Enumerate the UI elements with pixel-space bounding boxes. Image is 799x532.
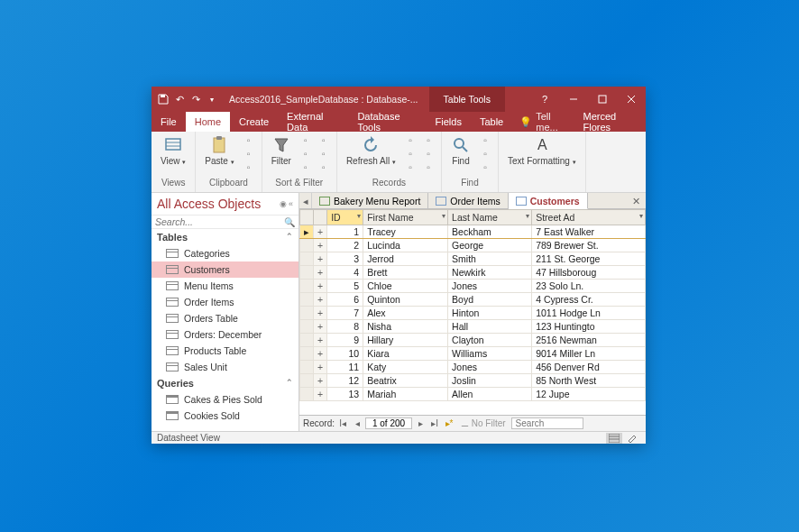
cell-last-name[interactable]: Newkirk — [448, 266, 532, 280]
expand-row-icon[interactable]: + — [314, 239, 327, 252]
table-row[interactable]: +13MariahAllen12 Jupe — [300, 388, 646, 401]
cell-id[interactable]: 10 — [327, 347, 363, 361]
expand-row-icon[interactable]: + — [314, 293, 327, 307]
row-selector[interactable] — [300, 280, 314, 293]
expand-row-icon[interactable]: + — [314, 320, 327, 334]
cell-last-name[interactable]: Jones — [448, 280, 532, 293]
prev-record-button[interactable]: ◂ — [351, 418, 363, 428]
cell-last-name[interactable]: Hinton — [448, 307, 532, 320]
expand-row-icon[interactable]: + — [314, 225, 327, 239]
datasheet-grid[interactable]: ID▾First Name▾Last Name▾Street Ad▾▸+1Tra… — [299, 209, 646, 415]
design-view-button[interactable] — [624, 433, 640, 444]
cell-last-name[interactable]: Hall — [448, 320, 532, 334]
nav-pane-header[interactable]: All Access Objects ◉ « — [152, 193, 298, 216]
nav-item-orders-table[interactable]: Orders Table — [152, 310, 298, 326]
cell-last-name[interactable]: Jones — [448, 361, 532, 374]
row-selector[interactable] — [300, 320, 314, 334]
help-icon[interactable]: ? — [530, 87, 559, 112]
nav-item-cookies-sold[interactable]: Cookies Sold — [152, 408, 298, 424]
cell-last-name[interactable]: George — [448, 239, 532, 252]
cell-id[interactable]: 8 — [327, 320, 363, 334]
row-selector[interactable] — [300, 374, 314, 388]
cell-id[interactable]: 11 — [327, 361, 363, 374]
column-header-id[interactable]: ID▾ — [327, 210, 363, 225]
table-row[interactable]: +8NishaHall123 Huntingto — [300, 320, 646, 334]
user-name[interactable]: Merced Flores — [576, 112, 647, 132]
nav-item-sales-unit[interactable]: Sales Unit — [152, 359, 298, 375]
nav-section-queries[interactable]: Queries⌃ — [152, 375, 298, 391]
table-row[interactable]: +6QuintonBoyd4 Cypress Cr. — [300, 293, 646, 307]
tab-create[interactable]: Create — [230, 112, 278, 132]
cell-street[interactable]: 789 Brewer St. — [532, 239, 646, 252]
select-button[interactable]: ▫ — [478, 161, 492, 173]
row-selector[interactable] — [300, 347, 314, 361]
nav-section-tables[interactable]: Tables⌃ — [152, 229, 298, 245]
first-record-button[interactable]: I◂ — [336, 418, 349, 428]
format-painter-button[interactable]: ▫ — [242, 161, 256, 173]
cell-last-name[interactable]: Clayton — [448, 334, 532, 347]
cell-id[interactable]: 7 — [327, 307, 363, 320]
cell-last-name[interactable]: Smith — [448, 252, 532, 266]
nav-item-customers[interactable]: Customers — [152, 261, 298, 278]
cell-street[interactable]: 85 North West — [532, 374, 646, 388]
cell-last-name[interactable]: Williams — [448, 347, 532, 361]
undo-icon[interactable]: ↶ — [173, 93, 186, 105]
tab-scroll-left-icon[interactable]: ◂ — [299, 193, 312, 208]
column-dropdown-icon[interactable]: ▾ — [357, 212, 361, 220]
expand-row-icon[interactable]: + — [314, 347, 327, 361]
cell-street[interactable]: 4 Cypress Cr. — [532, 293, 646, 307]
adv-button[interactable]: ▫ — [317, 147, 331, 160]
expand-row-icon[interactable]: + — [314, 388, 327, 401]
expand-row-icon[interactable]: + — [314, 252, 327, 266]
spelling-button[interactable]: ▫ — [421, 147, 436, 160]
doc-tab-bakery-menu-report[interactable]: Bakery Menu Report — [312, 193, 428, 208]
next-record-button[interactable]: ▸ — [414, 418, 427, 428]
table-row[interactable]: +4BrettNewkirk47 Hillsboroug — [300, 266, 646, 280]
table-row[interactable]: +7AlexHinton1011 Hodge Ln — [300, 307, 646, 320]
cell-first-name[interactable]: Beatrix — [363, 374, 448, 388]
cell-first-name[interactable]: Chloe — [363, 280, 448, 293]
row-selector[interactable] — [300, 361, 314, 374]
table-row[interactable]: +2LucindaGeorge789 Brewer St. — [300, 239, 646, 252]
cell-first-name[interactable]: Katy — [363, 361, 448, 374]
cell-id[interactable]: 3 — [327, 252, 363, 266]
row-selector[interactable] — [300, 266, 314, 280]
maximize-button[interactable] — [588, 87, 617, 112]
refresh-all-button[interactable]: Refresh All ▾ — [343, 133, 400, 168]
customize-qat-icon[interactable]: ▾ — [206, 93, 218, 105]
redo-icon[interactable]: ↷ — [189, 93, 202, 105]
column-header-street-ad[interactable]: Street Ad▾ — [532, 210, 646, 225]
cell-id[interactable]: 13 — [327, 388, 363, 401]
nav-item-order-items[interactable]: Order Items — [152, 294, 298, 310]
tab-fields[interactable]: Fields — [427, 112, 471, 132]
row-selector[interactable] — [300, 334, 314, 347]
cell-street[interactable]: 9014 Miller Ln — [532, 347, 646, 361]
column-dropdown-icon[interactable]: ▾ — [442, 212, 445, 220]
tab-file[interactable]: File — [152, 112, 186, 132]
datasheet-view-button[interactable] — [606, 433, 622, 444]
record-position-input[interactable] — [365, 417, 412, 429]
close-button[interactable] — [617, 87, 646, 112]
table-row[interactable]: ▸+1TraceyBeckham7 East Walker — [300, 225, 646, 239]
cut-button[interactable]: ▫ — [242, 133, 256, 146]
row-selector[interactable] — [300, 239, 314, 252]
tog-button[interactable]: ▫ — [317, 161, 331, 173]
cell-first-name[interactable]: Lucinda — [363, 239, 448, 252]
row-selector[interactable] — [300, 293, 314, 307]
cell-first-name[interactable]: Nisha — [363, 320, 448, 334]
cell-street[interactable]: 456 Denver Rd — [532, 361, 646, 374]
copy-button[interactable]: ▫ — [242, 147, 256, 160]
cell-last-name[interactable]: Boyd — [448, 293, 532, 307]
new-record-button[interactable]: ▸* — [443, 418, 455, 428]
totals-button[interactable]: ▫ — [421, 133, 436, 146]
minimize-button[interactable] — [559, 87, 588, 112]
desc-button[interactable]: ▫ — [298, 147, 313, 160]
cell-last-name[interactable]: Beckham — [448, 225, 532, 239]
cell-last-name[interactable]: Joslin — [448, 374, 532, 388]
cell-id[interactable]: 4 — [327, 266, 363, 280]
expand-row-icon[interactable]: + — [314, 361, 327, 374]
filter-indicator[interactable]: ⚊ No Filter — [457, 418, 510, 428]
nav-item-products-table[interactable]: Products Table — [152, 343, 298, 359]
table-row[interactable]: +9HillaryClayton2516 Newman — [300, 334, 646, 347]
expand-row-icon[interactable]: + — [314, 280, 327, 293]
